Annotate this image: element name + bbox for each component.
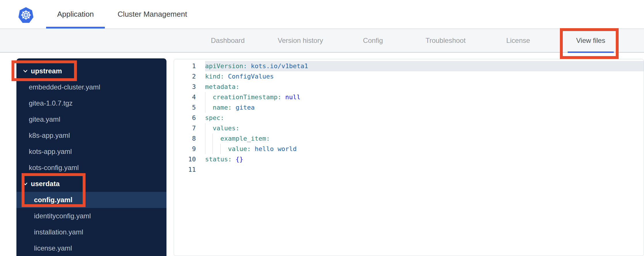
token-value: ConfigValues: [228, 73, 274, 80]
tree-file-identityconfig-yaml[interactable]: identityconfig.yaml: [16, 208, 166, 224]
code-text: spec:: [205, 113, 644, 123]
token-key: value:: [228, 145, 251, 152]
yaml-file-viewer[interactable]: 1apiVersion: kots.io/v1beta12kind: Confi…: [174, 59, 644, 256]
token-key: values:: [213, 125, 240, 132]
code-text: example_item:: [205, 133, 644, 144]
kots-admin-console: ☸ Application Cluster Management Dashboa…: [0, 0, 644, 256]
indent-guide: [205, 133, 205, 144]
token-plain: [232, 156, 236, 163]
token-key: spec:: [205, 114, 224, 121]
code-text: value: hello world: [205, 144, 644, 154]
chevron-down-icon: [22, 67, 29, 75]
token-key: apiVersion:: [205, 62, 247, 70]
token-key: status:: [205, 156, 232, 163]
tab-view-files[interactable]: View files: [568, 29, 614, 52]
token-plain: [281, 93, 285, 101]
indent-guide: [220, 144, 221, 154]
active-tab-indicator: [568, 51, 614, 53]
tab-config[interactable]: Config: [350, 29, 396, 52]
tab-version-history-label: Version history: [278, 37, 323, 45]
token-plain: [247, 62, 251, 70]
token-key: example_item:: [220, 135, 270, 142]
token-plain: [205, 104, 213, 111]
code-line-5: 5 name: gitea: [174, 102, 644, 113]
code-line-1: 1apiVersion: kots.io/v1beta1: [174, 61, 644, 71]
tree-folder-userdata[interactable]: userdata: [16, 176, 166, 192]
code-line-9: 9 value: hello world: [174, 144, 644, 154]
code-text: [205, 165, 644, 175]
token-keyword: null: [285, 93, 300, 101]
tree-item-label: upstream: [31, 67, 62, 75]
helm-wheel-icon: ☸: [20, 9, 31, 22]
tree-file-k8s-app-yaml[interactable]: k8s-app.yaml: [16, 127, 166, 144]
line-number: 10: [174, 154, 196, 165]
tree-item-label: k8s-app.yaml: [29, 131, 70, 140]
token-value: hello world: [255, 145, 297, 152]
tab-cluster-management[interactable]: Cluster Management: [111, 0, 194, 28]
code-line-10: 10status: {}: [174, 154, 644, 165]
code-line-7: 7 values:: [174, 123, 644, 133]
line-number: 4: [174, 92, 196, 102]
tree-file-gitea-yaml[interactable]: gitea.yaml: [16, 111, 166, 127]
code-line-3: 3metadata:: [174, 82, 644, 92]
tab-troubleshoot-label: Troubleshoot: [425, 37, 465, 45]
top-header: ☸ Application Cluster Management: [0, 0, 644, 29]
line-number: 11: [174, 165, 196, 175]
tree-item-label: kots-config.yaml: [29, 164, 79, 172]
tree-file-license-yaml[interactable]: license.yaml: [16, 240, 166, 256]
tab-license[interactable]: License: [495, 29, 541, 52]
code-line-2: 2kind: ConfigValues: [174, 71, 644, 82]
tree-item-label: gitea-1.0.7.tgz: [29, 99, 73, 107]
token-key: creationTimestamp:: [213, 93, 281, 101]
tab-config-label: Config: [363, 37, 383, 45]
code-line-8: 8 example_item:: [174, 133, 644, 144]
indent-guide: [213, 133, 213, 144]
tree-file-kots-app-yaml[interactable]: kots-app.yaml: [16, 144, 166, 160]
tree-folder-upstream[interactable]: upstream: [16, 63, 166, 79]
tab-version-history[interactable]: Version history: [277, 29, 323, 52]
tab-dashboard-label: Dashboard: [211, 37, 245, 45]
line-number: 3: [174, 82, 196, 92]
tab-dashboard[interactable]: Dashboard: [205, 29, 251, 52]
token-plain: [224, 73, 228, 80]
tree-item-label: config.yaml: [34, 196, 72, 204]
tab-application[interactable]: Application: [46, 0, 105, 28]
tree-file-kots-config-yaml[interactable]: kots-config.yaml: [16, 160, 166, 176]
token-key: kind:: [205, 73, 224, 80]
tree-file-config-yaml[interactable]: config.yaml: [16, 192, 166, 208]
code-line-11: 11: [174, 165, 644, 175]
token-plain: [232, 104, 236, 111]
tree-file-gitea-1-0-7-tgz[interactable]: gitea-1.0.7.tgz: [16, 95, 166, 111]
indent-guide: [205, 92, 205, 102]
chevron-down-icon: [22, 180, 29, 188]
code-text: apiVersion: kots.io/v1beta1: [205, 61, 644, 71]
tree-file-installation-yaml[interactable]: installation.yaml: [16, 224, 166, 240]
file-tree-sidebar: upstreamembedded-cluster.yamlgitea-1.0.7…: [16, 58, 166, 256]
tab-application-label: Application: [57, 10, 94, 19]
tab-cluster-management-label: Cluster Management: [118, 10, 187, 19]
token-key: metadata:: [205, 83, 239, 90]
token-plain: [205, 145, 228, 152]
code-line-6: 6spec:: [174, 113, 644, 123]
token-plain: [205, 93, 213, 101]
app-subnav: Dashboard Version history Config Trouble…: [0, 29, 644, 53]
indent-guide: [205, 144, 205, 154]
line-number: 9: [174, 144, 196, 154]
tab-view-files-label: View files: [576, 37, 605, 45]
tree-item-label: installation.yaml: [34, 228, 83, 236]
tree-file-embedded-cluster-yaml[interactable]: embedded-cluster.yaml: [16, 79, 166, 95]
code-text: status: {}: [205, 154, 644, 165]
tree-item-label: gitea.yaml: [29, 115, 60, 123]
kubernetes-logo-icon: ☸: [18, 7, 33, 23]
line-number: 6: [174, 113, 196, 123]
line-number: 5: [174, 102, 196, 113]
token-plain: [251, 145, 255, 152]
line-number: 1: [174, 61, 196, 71]
tree-item-label: embedded-cluster.yaml: [29, 83, 100, 91]
code-line-4: 4 creationTimestamp: null: [174, 92, 644, 102]
tree-item-label: userdata: [31, 180, 60, 188]
tab-troubleshoot[interactable]: Troubleshoot: [423, 29, 469, 52]
line-number: 2: [174, 71, 196, 82]
tab-license-label: License: [506, 37, 530, 45]
active-tab-indicator: [46, 27, 105, 28]
